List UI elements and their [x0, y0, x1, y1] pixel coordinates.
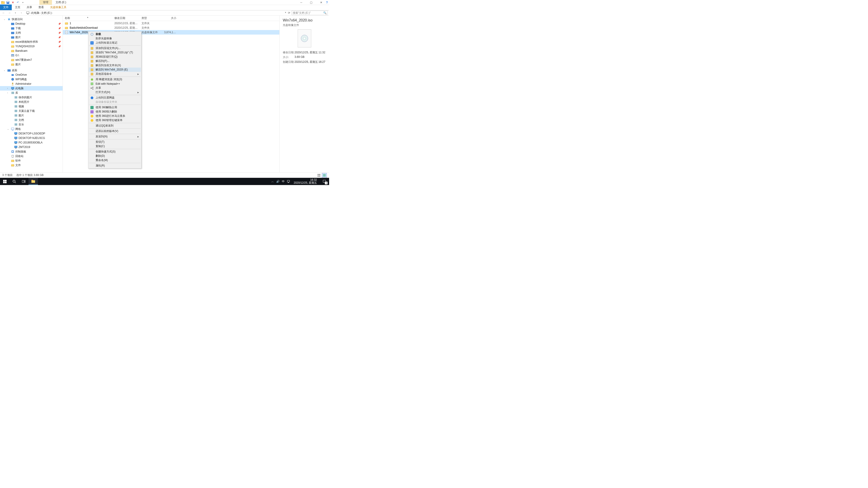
- nav-library-item[interactable]: 音乐: [0, 122, 63, 127]
- nav-library-item[interactable]: 保存的图片: [0, 95, 63, 100]
- context-menu-item[interactable]: 用360压缩打开(Q): [89, 55, 141, 59]
- nav-network[interactable]: ⌄网络: [0, 127, 63, 131]
- close-button[interactable]: ✕: [316, 0, 326, 5]
- nav-network-item[interactable]: DESKTOP-LSSOEDP: [0, 131, 63, 136]
- file-row[interactable]: BaiduNetdiskDownload 2020/12/25, 星期五 1..…: [63, 26, 279, 30]
- undo-icon[interactable]: ↶: [16, 0, 20, 4]
- context-menu-item[interactable]: 删除(D): [89, 154, 141, 158]
- nav-quick-item[interactable]: 图片📌: [0, 35, 63, 39]
- nav-quick-item[interactable]: YUNQISHI2019📌: [0, 44, 63, 48]
- breadcrumb-folder[interactable]: 文档 (E:): [41, 11, 52, 15]
- nav-extra-item[interactable]: 文件: [0, 163, 63, 167]
- nav-desktop[interactable]: ⌄桌面: [0, 68, 63, 72]
- context-menu-item[interactable]: 重命名(M): [89, 158, 141, 162]
- forward-button[interactable]: →: [7, 11, 12, 15]
- delete-icon[interactable]: ✕: [11, 0, 15, 4]
- tray-ime-indicator[interactable]: 中: [282, 180, 285, 184]
- nav-library-item[interactable]: 天翼云盘下载: [0, 109, 63, 113]
- nav-desktop-item[interactable]: ›此电脑: [0, 86, 63, 91]
- taskbar-clock[interactable]: 16:32 2020/12/25, 星期五: [292, 178, 318, 184]
- nav-library-item[interactable]: 本机照片: [0, 100, 63, 104]
- context-menu-item[interactable]: 使用 360管理右键菜单: [89, 118, 141, 123]
- nav-quick-access[interactable]: ⌄快速访问: [0, 17, 63, 22]
- context-menu-item[interactable]: 刻录光盘映像: [89, 36, 141, 41]
- nav-desktop-item[interactable]: WPS网盘: [0, 77, 63, 82]
- view-thumbnails-button[interactable]: [316, 173, 321, 177]
- nav-quick-item[interactable]: Bandicam: [0, 48, 63, 53]
- expand-icon[interactable]: ›: [7, 87, 10, 90]
- help-icon[interactable]: ?: [326, 0, 328, 5]
- context-menu-item[interactable]: 通过QQ发送到: [89, 124, 141, 128]
- nav-quick-item[interactable]: excel表格制作求和📌: [0, 39, 63, 44]
- view-details-button[interactable]: [322, 173, 327, 177]
- nav-extra-item[interactable]: 软件: [0, 158, 63, 163]
- nav-quick-item[interactable]: Desktop📌: [0, 22, 63, 26]
- save-icon[interactable]: [6, 0, 10, 4]
- nav-desktop-item[interactable]: ›库: [0, 91, 63, 95]
- column-name[interactable]: 名称▲: [63, 16, 113, 20]
- context-menu-item[interactable]: 创建快捷方式(S): [89, 150, 141, 154]
- context-menu-item[interactable]: 添加到 "Win7x64_2020.zip" (T): [89, 51, 141, 55]
- ribbon-tab-view[interactable]: 查看: [35, 4, 47, 10]
- refresh-icon[interactable]: ⟳: [288, 11, 290, 14]
- nav-library-item[interactable]: 文档: [0, 118, 63, 122]
- ribbon-tab-share[interactable]: 共享: [24, 4, 35, 10]
- nav-desktop-item[interactable]: Administrator: [0, 82, 63, 86]
- context-menu-item[interactable]: 属性(R): [89, 164, 141, 168]
- task-view-button[interactable]: [19, 178, 29, 185]
- context-menu-item[interactable]: 用 蜂蜜浏览器 浏览(3): [89, 77, 141, 82]
- file-row[interactable]: 1 2020/12/15, 星期二 1... 文件夹: [63, 21, 279, 26]
- nav-library-item[interactable]: 图片: [0, 113, 63, 118]
- nav-network-item[interactable]: ZMT2019: [0, 145, 63, 149]
- context-menu-item[interactable]: 上传到百度网盘: [89, 96, 141, 100]
- context-menu-item[interactable]: 解压到当前文件夹(X): [89, 63, 141, 68]
- expand-icon[interactable]: ⌄: [4, 18, 6, 20]
- maximize-button[interactable]: ▢: [306, 0, 316, 5]
- context-menu-item[interactable]: 使用 360解除占用: [89, 105, 141, 109]
- context-menu-item[interactable]: 剪切(T): [89, 140, 141, 144]
- search-icon[interactable]: 🔍: [323, 11, 327, 14]
- nav-quick-item[interactable]: 下载📌: [0, 26, 63, 31]
- nav-quick-item[interactable]: G:\: [0, 53, 63, 58]
- expand-icon[interactable]: ⌄: [7, 128, 10, 130]
- column-type[interactable]: 类型: [140, 16, 162, 20]
- nav-extra-item[interactable]: 回收站: [0, 154, 63, 158]
- nav-library-item[interactable]: 视频: [0, 104, 63, 109]
- context-menu-item[interactable]: 打开方式(H)▶: [89, 90, 141, 94]
- nav-quick-item[interactable]: 图片: [0, 62, 63, 67]
- back-button[interactable]: ←: [1, 11, 6, 15]
- tray-volume-icon[interactable]: 🔊: [276, 180, 280, 183]
- nav-desktop-item[interactable]: OneDrive: [0, 72, 63, 77]
- search-task-button[interactable]: [9, 178, 19, 185]
- explorer-task-button[interactable]: [29, 178, 38, 185]
- recent-dropdown[interactable]: ▾: [13, 11, 18, 15]
- expand-icon[interactable]: ›: [7, 92, 10, 94]
- breadcrumb[interactable]: › 此电脑 › 文档 (E:) ›: [25, 11, 284, 15]
- nav-network-item[interactable]: DESKTOP-NJEU3CG: [0, 136, 63, 140]
- up-button[interactable]: ↑: [19, 11, 24, 15]
- minimize-button[interactable]: ─: [296, 0, 306, 5]
- context-menu-item[interactable]: 上传到有道云笔记: [89, 41, 141, 45]
- breadcrumb-root[interactable]: 此电脑: [31, 11, 39, 15]
- ribbon-tab-file[interactable]: 文件: [0, 4, 12, 10]
- context-menu-item[interactable]: Edit with Notepad++: [89, 82, 141, 86]
- column-size[interactable]: 大小: [162, 16, 178, 20]
- nav-extra-item[interactable]: 控制面板: [0, 149, 63, 154]
- context-menu-item[interactable]: 添加到压缩文件(A)...: [89, 46, 141, 51]
- nav-quick-item[interactable]: win7重装win7: [0, 58, 63, 62]
- column-date[interactable]: 修改日期: [113, 16, 140, 20]
- context-menu-item[interactable]: 共享: [89, 86, 141, 90]
- context-menu-item[interactable]: 还原以前的版本(V): [89, 129, 141, 133]
- tray-chevron-icon[interactable]: ︿: [271, 180, 274, 184]
- context-menu-item[interactable]: 解压到(F)...: [89, 59, 141, 63]
- context-menu-item[interactable]: 使用 360进行木马云查杀: [89, 114, 141, 118]
- nav-quick-item[interactable]: 文档📌: [0, 31, 63, 35]
- context-menu-item[interactable]: 装载: [89, 32, 141, 36]
- search-box[interactable]: 搜索"文档 (E:)" 🔍: [291, 11, 328, 15]
- ribbon-tab-home[interactable]: 主页: [12, 4, 24, 10]
- dropdown-icon[interactable]: ▾: [21, 0, 25, 4]
- addr-dropdown-icon[interactable]: ▾: [285, 11, 286, 14]
- nav-network-item[interactable]: PC-20190530OBLA: [0, 140, 63, 145]
- expand-icon[interactable]: ⌄: [4, 69, 6, 71]
- ribbon-tab-iso-tools[interactable]: 光盘映像工具: [47, 4, 70, 10]
